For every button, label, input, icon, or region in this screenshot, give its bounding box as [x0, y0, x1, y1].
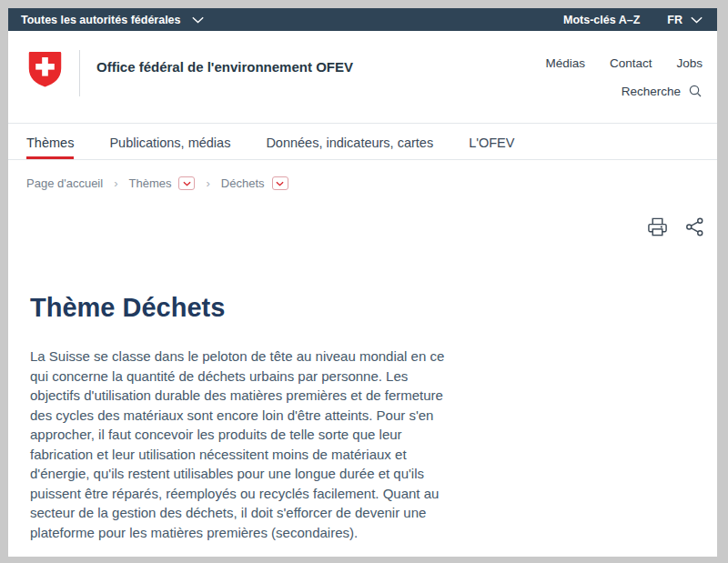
- language-label: FR: [667, 14, 682, 26]
- language-selector[interactable]: FR: [667, 14, 703, 26]
- all-federal-authorities-menu[interactable]: Toutes les autorités fédérales: [21, 14, 204, 26]
- breadcrumb-dechets-dropdown-button[interactable]: [272, 176, 288, 190]
- swiss-confederation-logo-icon[interactable]: [27, 50, 63, 89]
- keywords-az-link[interactable]: Mots-clés A–Z: [563, 14, 640, 26]
- main-nav: Thèmes Publications, médias Données, ind…: [8, 123, 717, 160]
- all-federal-authorities-label: Toutes les autorités fédérales: [21, 14, 181, 26]
- header-divider: [79, 50, 80, 96]
- page-title: Thème Déchets: [30, 293, 699, 323]
- chevron-down-icon: [276, 181, 284, 186]
- intro-paragraph: La Suisse se classe dans le peloton de t…: [30, 347, 445, 542]
- chevron-down-icon: [192, 16, 204, 24]
- header-link-medias[interactable]: Médias: [545, 56, 585, 70]
- chevron-down-icon: [691, 16, 703, 24]
- article: Thème Déchets La Suisse se classe dans l…: [8, 293, 717, 542]
- site-header: Office fédéral de l'environnement OFEV M…: [8, 31, 717, 123]
- org-title: Office fédéral de l'environnement OFEV: [96, 50, 353, 75]
- page-actions: [8, 190, 717, 237]
- header-link-jobs[interactable]: Jobs: [676, 56, 703, 70]
- nav-item-themes[interactable]: Thèmes: [26, 136, 74, 159]
- breadcrumb-home[interactable]: Page d'accueil: [26, 176, 103, 190]
- breadcrumb: Page d'accueil › Thèmes › Déchets: [8, 160, 717, 190]
- federal-topbar: Toutes les autorités fédérales Mots-clés…: [8, 8, 717, 31]
- breadcrumb-separator: ›: [114, 176, 117, 190]
- header-link-contact[interactable]: Contact: [610, 56, 652, 70]
- page: Toutes les autorités fédérales Mots-clés…: [8, 8, 717, 557]
- header-links: Médias Contact Jobs: [545, 56, 703, 70]
- search-label: Recherche: [622, 85, 681, 98]
- breadcrumb-dechets[interactable]: Déchets: [221, 176, 265, 190]
- printer-icon: [647, 216, 668, 237]
- share-icon: [684, 216, 705, 237]
- breadcrumb-separator: ›: [206, 176, 209, 190]
- chevron-down-icon: [183, 181, 191, 186]
- print-button[interactable]: [647, 216, 668, 237]
- search-trigger[interactable]: Recherche: [545, 84, 703, 98]
- nav-item-lofev[interactable]: L'OFEV: [469, 136, 514, 159]
- breadcrumb-themes[interactable]: Thèmes: [129, 176, 172, 190]
- share-button[interactable]: [684, 216, 705, 237]
- breadcrumb-themes-dropdown-button[interactable]: [178, 176, 195, 190]
- search-icon: [688, 84, 703, 98]
- nav-item-publications[interactable]: Publications, médias: [109, 136, 230, 159]
- nav-item-donnees[interactable]: Données, indicateurs, cartes: [266, 136, 433, 159]
